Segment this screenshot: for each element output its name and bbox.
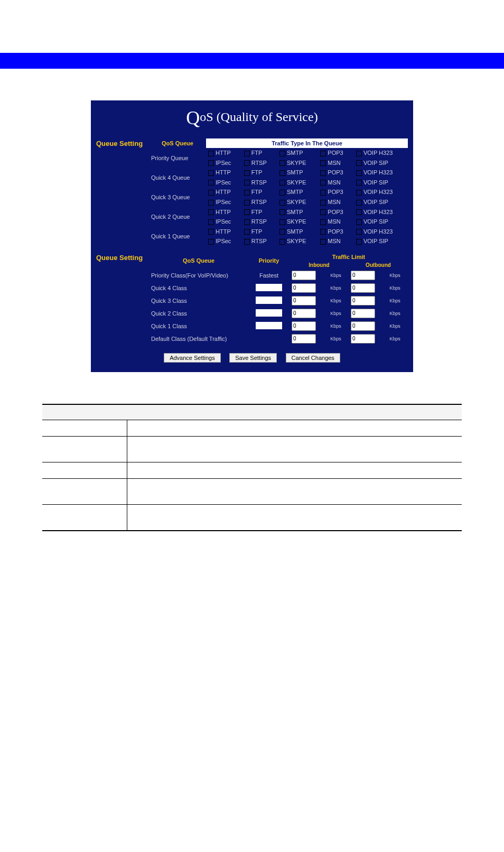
traffic-type-checkbox[interactable]: VOIP H323 — [354, 168, 408, 178]
inbound-input[interactable] — [292, 296, 316, 305]
traffic-type-checkbox[interactable]: VOIP H323 — [354, 187, 408, 197]
traffic-type-checkbox[interactable]: IPSec — [206, 217, 242, 227]
class-name: Quick 1 Class — [149, 320, 248, 332]
traffic-type-checkbox[interactable]: SKYPE — [277, 236, 318, 246]
inbound-input[interactable] — [292, 283, 316, 293]
traffic-type-checkbox[interactable]: RTSP — [242, 158, 277, 168]
traffic-type-checkbox[interactable]: IPSec — [206, 158, 242, 168]
traffic-type-checkbox[interactable]: IPSec — [206, 236, 242, 246]
hdr2-traffic-limit: Traffic Limit — [290, 253, 408, 261]
outbound-input[interactable] — [351, 334, 375, 344]
traffic-type-checkbox[interactable]: MSN — [318, 178, 354, 188]
kbps-label: Kbps — [387, 320, 408, 332]
inbound-input[interactable] — [292, 334, 316, 344]
title-rest: oS (Quality of Service) — [200, 110, 318, 124]
inbound-input[interactable] — [292, 321, 316, 331]
outbound-input[interactable] — [351, 296, 375, 305]
traffic-type-checkbox[interactable]: RTSP — [242, 197, 277, 207]
traffic-type-checkbox[interactable]: POP3 — [318, 227, 354, 237]
traffic-type-checkbox[interactable]: MSN — [318, 158, 354, 168]
traffic-type-checkbox[interactable]: SMTP — [277, 207, 318, 217]
traffic-type-checkbox[interactable]: HTTP — [206, 148, 242, 158]
kbps-label: Kbps — [387, 269, 408, 282]
traffic-type-checkbox[interactable]: MSN — [318, 236, 354, 246]
traffic-type-checkbox[interactable]: VOIP SIP — [354, 197, 408, 207]
traffic-type-checkbox[interactable]: POP3 — [318, 168, 354, 178]
priority-cell[interactable] — [248, 294, 290, 307]
traffic-type-checkbox[interactable]: HTTP — [206, 207, 242, 217]
traffic-type-checkbox[interactable]: MSN — [318, 197, 354, 207]
traffic-type-checkbox[interactable]: VOIP H323 — [354, 148, 408, 158]
traffic-type-checkbox[interactable]: SKYPE — [277, 217, 318, 227]
hdr2-inbound: Inbound — [290, 261, 349, 269]
queue-name: Quick 1 Queue — [149, 227, 206, 246]
inbound-input-cell — [290, 269, 328, 282]
traffic-type-checkbox[interactable]: SMTP — [277, 148, 318, 158]
outbound-input[interactable] — [351, 283, 375, 293]
inbound-input-cell — [290, 282, 328, 294]
traffic-type-checkbox[interactable]: FTP — [242, 148, 277, 158]
traffic-type-checkbox[interactable]: VOIP SIP — [354, 158, 408, 168]
kbps-label: Kbps — [328, 269, 349, 282]
traffic-type-checkbox[interactable]: HTTP — [206, 187, 242, 197]
traffic-type-checkbox[interactable]: RTSP — [242, 178, 277, 188]
kbps-label: Kbps — [387, 307, 408, 320]
traffic-type-checkbox[interactable]: HTTP — [206, 168, 242, 178]
inbound-input[interactable] — [292, 271, 316, 280]
traffic-type-checkbox[interactable]: SKYPE — [277, 197, 318, 207]
priority-cell — [248, 332, 290, 345]
queue-name: Priority Queue — [149, 148, 206, 168]
priority-cell[interactable] — [248, 320, 290, 332]
traffic-type-checkbox[interactable]: VOIP H323 — [354, 207, 408, 217]
traffic-type-checkbox[interactable]: SMTP — [277, 187, 318, 197]
queue-name: Quick 3 Queue — [149, 187, 206, 207]
outbound-input-cell — [349, 307, 387, 320]
traffic-type-checkbox[interactable]: HTTP — [206, 227, 242, 237]
traffic-type-checkbox[interactable]: IPSec — [206, 197, 242, 207]
outbound-input[interactable] — [351, 309, 375, 318]
hdr-qos-queue: QoS Queue — [149, 138, 206, 148]
top-blue-bar — [0, 53, 504, 69]
traffic-type-checkbox[interactable]: RTSP — [242, 217, 277, 227]
class-name: Quick 3 Class — [149, 294, 248, 307]
outbound-input[interactable] — [351, 271, 375, 280]
kbps-label: Kbps — [328, 332, 349, 345]
traffic-type-checkbox[interactable]: VOIP SIP — [354, 217, 408, 227]
hdr2-qos-queue: QoS Queue — [149, 253, 248, 269]
traffic-type-checkbox[interactable]: SKYPE — [277, 158, 318, 168]
traffic-type-checkbox[interactable]: POP3 — [318, 187, 354, 197]
section1-label: Queue Setting — [96, 140, 143, 147]
traffic-type-checkbox[interactable]: SMTP — [277, 227, 318, 237]
panel-title: QoS (Quality of Service) — [96, 107, 408, 129]
traffic-type-checkbox[interactable]: VOIP SIP — [354, 236, 408, 246]
traffic-type-checkbox[interactable]: VOIP H323 — [354, 227, 408, 237]
priority-cell[interactable] — [248, 307, 290, 320]
outbound-input[interactable] — [351, 321, 375, 331]
traffic-type-checkbox[interactable]: FTP — [242, 187, 277, 197]
traffic-type-checkbox[interactable]: FTP — [242, 207, 277, 217]
class-name: Default Class (Default Traffic) — [149, 332, 248, 345]
traffic-type-checkbox[interactable]: FTP — [242, 168, 277, 178]
traffic-type-checkbox[interactable]: VOIP SIP — [354, 178, 408, 188]
advance-settings-button[interactable]: Advance Settings — [164, 353, 221, 363]
priority-cell[interactable] — [248, 282, 290, 294]
traffic-type-checkbox[interactable]: SKYPE — [277, 178, 318, 188]
class-name: Quick 2 Class — [149, 307, 248, 320]
save-settings-button[interactable]: Save Settings — [229, 353, 277, 363]
qos-panel: QoS (Quality of Service) Queue Setting Q… — [91, 100, 413, 372]
traffic-type-checkbox[interactable]: FTP — [242, 227, 277, 237]
inbound-input-cell — [290, 332, 328, 345]
traffic-type-checkbox[interactable]: POP3 — [318, 148, 354, 158]
outbound-input-cell — [349, 269, 387, 282]
cancel-changes-button[interactable]: Cancel Changes — [286, 353, 340, 363]
kbps-label: Kbps — [387, 294, 408, 307]
traffic-type-checkbox[interactable]: SMTP — [277, 168, 318, 178]
button-row: Advance Settings Save Settings Cancel Ch… — [96, 353, 408, 363]
kbps-label: Kbps — [387, 282, 408, 294]
class-name: Quick 4 Class — [149, 282, 248, 294]
traffic-type-checkbox[interactable]: MSN — [318, 217, 354, 227]
inbound-input[interactable] — [292, 309, 316, 318]
traffic-type-checkbox[interactable]: RTSP — [242, 236, 277, 246]
traffic-type-checkbox[interactable]: POP3 — [318, 207, 354, 217]
traffic-type-checkbox[interactable]: IPSec — [206, 178, 242, 188]
